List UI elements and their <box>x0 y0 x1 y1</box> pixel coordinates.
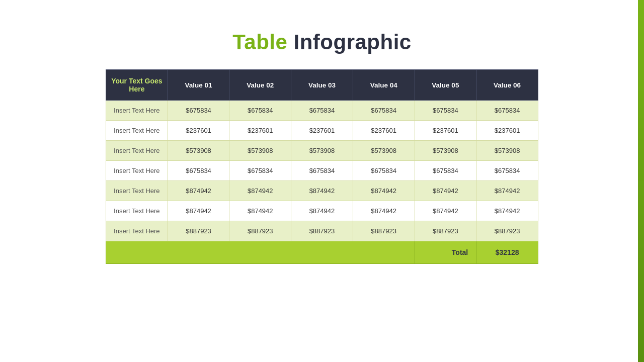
cell-r1-c3: $237601 <box>291 121 353 141</box>
cell-r6-c4: $887923 <box>353 221 415 241</box>
table-body: Insert Text Here$675834$675834$675834$67… <box>106 101 538 241</box>
table-row: Insert Text Here$874942$874942$874942$87… <box>106 201 538 221</box>
cell-r4-c2: $874942 <box>229 181 291 201</box>
cell-r0-c6: $675834 <box>476 101 538 121</box>
cell-r0-c4: $675834 <box>353 101 415 121</box>
cell-r4-c1: $874942 <box>168 181 229 201</box>
cell-r2-c1: $573908 <box>168 141 229 161</box>
cell-r6-c3: $887923 <box>291 221 353 241</box>
header-col-2: Value 02 <box>229 70 291 101</box>
title-green: Table <box>232 30 287 54</box>
header-col-0: Your Text Goes Here <box>106 70 168 101</box>
cell-r3-c1: $675834 <box>168 161 229 181</box>
cell-r0-c1: $675834 <box>168 101 229 121</box>
cell-r0-c2: $675834 <box>229 101 291 121</box>
cell-r0-c5: $675834 <box>415 101 476 121</box>
header-col-6: Value 06 <box>476 70 538 101</box>
cell-r5-c2: $874942 <box>229 201 291 221</box>
cell-r5-c3: $874942 <box>291 201 353 221</box>
cell-r2-c6: $573908 <box>476 141 538 161</box>
sidebar-accent <box>638 0 644 362</box>
cell-r4-c6: $874942 <box>476 181 538 201</box>
table-row: Insert Text Here$675834$675834$675834$67… <box>106 101 538 121</box>
cell-r3-c6: $675834 <box>476 161 538 181</box>
table-row: Insert Text Here$874942$874942$874942$87… <box>106 181 538 201</box>
total-label: Total <box>415 241 476 264</box>
cell-r1-c2: $237601 <box>229 121 291 141</box>
cell-r4-c5: $874942 <box>415 181 476 201</box>
table-footer-row: Total $32128 <box>106 241 538 264</box>
cell-r6-c2: $887923 <box>229 221 291 241</box>
cell-r3-c5: $675834 <box>415 161 476 181</box>
infographic-table: Your Text Goes HereValue 01Value 02Value… <box>106 69 538 264</box>
cell-r5-c4: $874942 <box>353 201 415 221</box>
cell-r2-c5: $573908 <box>415 141 476 161</box>
title-dark: Infographic <box>287 30 411 54</box>
cell-r1-c1: $237601 <box>168 121 229 141</box>
header-col-5: Value 05 <box>415 70 476 101</box>
cell-r6-c5: $887923 <box>415 221 476 241</box>
header-col-3: Value 03 <box>291 70 353 101</box>
table-container: Your Text Goes HereValue 01Value 02Value… <box>106 69 538 264</box>
table-row: Insert Text Here$675834$675834$675834$67… <box>106 161 538 181</box>
cell-r4-c3: $874942 <box>291 181 353 201</box>
cell-r1-c0: Insert Text Here <box>106 121 168 141</box>
cell-r2-c2: $573908 <box>229 141 291 161</box>
cell-r5-c1: $874942 <box>168 201 229 221</box>
cell-r6-c0: Insert Text Here <box>106 221 168 241</box>
table-row: Insert Text Here$237601$237601$237601$23… <box>106 121 538 141</box>
table-row: Insert Text Here$573908$573908$573908$57… <box>106 141 538 161</box>
header-col-4: Value 04 <box>353 70 415 101</box>
cell-r6-c6: $887923 <box>476 221 538 241</box>
cell-r5-c5: $874942 <box>415 201 476 221</box>
footer-empty <box>106 241 415 264</box>
cell-r3-c4: $675834 <box>353 161 415 181</box>
cell-r6-c1: $887923 <box>168 221 229 241</box>
cell-r0-c0: Insert Text Here <box>106 101 168 121</box>
cell-r2-c4: $573908 <box>353 141 415 161</box>
cell-r1-c5: $237601 <box>415 121 476 141</box>
cell-r4-c4: $874942 <box>353 181 415 201</box>
table-row: Insert Text Here$887923$887923$887923$88… <box>106 221 538 241</box>
cell-r3-c0: Insert Text Here <box>106 161 168 181</box>
cell-r3-c2: $675834 <box>229 161 291 181</box>
header-col-1: Value 01 <box>168 70 229 101</box>
cell-r1-c4: $237601 <box>353 121 415 141</box>
page-title: Table Infographic <box>232 30 411 54</box>
cell-r0-c3: $675834 <box>291 101 353 121</box>
total-value: $32128 <box>476 241 538 264</box>
cell-r3-c3: $675834 <box>291 161 353 181</box>
cell-r2-c0: Insert Text Here <box>106 141 168 161</box>
cell-r5-c6: $874942 <box>476 201 538 221</box>
table-header-row: Your Text Goes HereValue 01Value 02Value… <box>106 70 538 101</box>
cell-r4-c0: Insert Text Here <box>106 181 168 201</box>
cell-r5-c0: Insert Text Here <box>106 201 168 221</box>
cell-r2-c3: $573908 <box>291 141 353 161</box>
cell-r1-c6: $237601 <box>476 121 538 141</box>
